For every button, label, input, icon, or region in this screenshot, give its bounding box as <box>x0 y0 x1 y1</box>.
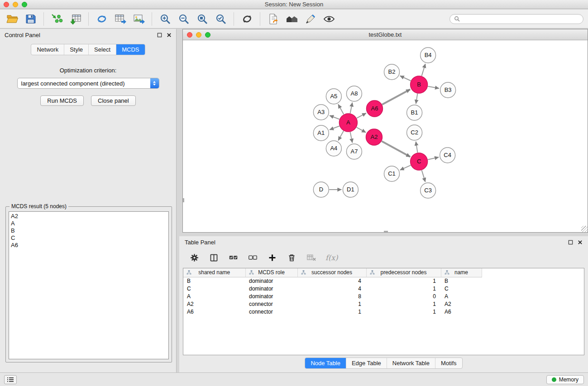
close-panel-button[interactable]: Close panel <box>91 95 136 106</box>
criterion-dropdown[interactable]: largest connected component (directed) <box>17 78 159 89</box>
tab-select[interactable]: Select <box>89 44 116 55</box>
cell-predecessor-nodes[interactable]: 1 <box>366 277 441 285</box>
graph-edge-A-A5[interactable] <box>338 105 344 114</box>
delete-column-button[interactable] <box>287 253 296 262</box>
save-session-button[interactable] <box>23 11 38 26</box>
graph-edge-B-B3[interactable] <box>428 86 439 89</box>
memory-button[interactable]: Memory <box>546 375 584 384</box>
function-builder-button[interactable]: f(x) <box>325 253 338 262</box>
cell-successor-nodes[interactable]: 4 <box>297 285 366 292</box>
cell-shared-name[interactable]: B <box>183 277 245 285</box>
graph-node-A6[interactable]: A6 <box>366 100 382 117</box>
graph-node-C3[interactable]: C3 <box>421 183 436 198</box>
export-document-button[interactable] <box>266 11 281 26</box>
cell-name[interactable]: A2 <box>441 300 482 308</box>
float-table-panel-icon[interactable] <box>568 240 573 245</box>
column-header-mcds-role[interactable]: MCDS role <box>245 268 297 277</box>
zoom-fit-button[interactable] <box>195 11 210 26</box>
cell-shared-name[interactable]: C <box>183 285 245 292</box>
graph-edge-A-A7[interactable] <box>350 132 353 143</box>
cell-shared-name[interactable]: A2 <box>183 300 245 308</box>
graph-edge-A-A3[interactable] <box>330 115 339 119</box>
graph-node-D1[interactable]: D1 <box>343 182 358 197</box>
import-table-button[interactable] <box>68 11 83 26</box>
cell-name[interactable]: A <box>441 292 482 300</box>
graph-node-B2[interactable]: B2 <box>384 64 399 80</box>
network-canvas[interactable]: B4B2BB3A5A8A6B1A3AC2A1A2A4A7C4CC1C3DD1 <box>183 41 588 232</box>
cell-mcds-role[interactable]: dominator <box>245 292 297 300</box>
column-header-name[interactable]: name <box>441 268 482 277</box>
zoom-out-button[interactable] <box>176 11 191 26</box>
cell-name[interactable]: B <box>441 277 482 285</box>
graph-edge-C-C3[interactable] <box>422 170 425 182</box>
graph-edge-C-C2[interactable] <box>416 142 418 152</box>
mcds-result-item[interactable]: C <box>11 234 167 242</box>
network-graph[interactable]: B4B2BB3A5A8A6B1A3AC2A1A2A4A7C4CC1C3DD1 <box>183 41 588 232</box>
export-table-button[interactable] <box>113 11 128 26</box>
open-session-button[interactable] <box>5 11 19 26</box>
search-input[interactable] <box>462 15 579 22</box>
cell-predecessor-nodes[interactable]: 1 <box>366 308 441 315</box>
graph-edge-B-B2[interactable] <box>400 76 411 81</box>
close-table-panel-icon[interactable] <box>578 240 583 245</box>
network-overview-button[interactable] <box>284 11 299 26</box>
window-titlebar[interactable]: Session: New Session <box>0 0 588 9</box>
graph-edge-A6-B[interactable] <box>382 90 410 105</box>
cell-predecessor-nodes[interactable]: 1 <box>366 300 441 308</box>
cell-successor-nodes[interactable]: 1 <box>297 308 366 315</box>
graph-node-C4[interactable]: C4 <box>440 148 455 163</box>
graph-edge-A-A8[interactable] <box>350 103 353 114</box>
cell-mcds-role[interactable]: dominator <box>245 277 297 285</box>
graph-node-C1[interactable]: C1 <box>384 166 399 181</box>
float-panel-icon[interactable] <box>157 33 162 38</box>
graph-node-B[interactable]: B <box>411 76 428 93</box>
close-panel-icon[interactable] <box>167 33 172 38</box>
tab-mcds[interactable]: MCDS <box>116 44 144 55</box>
tab-network-table[interactable]: Network Table <box>387 358 435 368</box>
cell-mcds-role[interactable]: connector <box>245 300 297 308</box>
zoom-in-button[interactable] <box>158 11 172 26</box>
add-column-button[interactable] <box>267 253 277 262</box>
cell-mcds-role[interactable]: connector <box>245 308 297 315</box>
cell-mcds-role[interactable]: dominator <box>245 285 297 292</box>
graph-node-B4[interactable]: B4 <box>421 48 436 63</box>
graph-node-A1[interactable]: A1 <box>313 125 329 141</box>
show-hide-button[interactable] <box>321 11 336 26</box>
mcds-result-item[interactable]: B <box>11 227 167 234</box>
graph-edge-B-B4[interactable] <box>421 64 425 76</box>
table-settings-button[interactable] <box>189 253 199 262</box>
cell-successor-nodes[interactable]: 8 <box>297 292 366 300</box>
graph-node-A4[interactable]: A4 <box>326 141 341 156</box>
graph-node-B3[interactable]: B3 <box>440 82 456 98</box>
export-network-button[interactable] <box>94 11 109 26</box>
search-box[interactable] <box>449 14 583 24</box>
zoom-selected-button[interactable] <box>213 11 228 26</box>
table-row[interactable]: A2connector11A2 <box>183 300 584 308</box>
cell-predecessor-nodes[interactable]: 1 <box>366 285 441 292</box>
graph-edge-A-A1[interactable] <box>330 126 339 130</box>
mcds-result-item[interactable]: A6 <box>11 242 167 249</box>
graph-node-A8[interactable]: A8 <box>346 86 362 101</box>
cell-shared-name[interactable]: A6 <box>183 308 245 315</box>
table-row[interactable]: A6connector11A6 <box>183 308 584 315</box>
resize-grip[interactable] <box>581 226 588 232</box>
tab-node-table[interactable]: Node Table <box>305 358 346 368</box>
graph-node-C[interactable]: C <box>411 153 428 170</box>
graph-node-A5[interactable]: A5 <box>326 89 341 104</box>
column-header-predecessor-nodes[interactable]: predecessor nodes <box>366 268 441 277</box>
column-header-successor-nodes[interactable]: successor nodes <box>297 268 366 277</box>
cell-successor-nodes[interactable]: 4 <box>297 277 366 285</box>
graph-node-D[interactable]: D <box>313 182 329 197</box>
cell-predecessor-nodes[interactable]: 0 <box>366 292 441 300</box>
task-history-button[interactable] <box>4 375 17 384</box>
cell-successor-nodes[interactable]: 1 <box>297 300 366 308</box>
mcds-result-item[interactable]: A <box>11 220 167 227</box>
import-network-button[interactable] <box>49 11 64 26</box>
delete-table-button[interactable] <box>306 253 316 262</box>
tab-network[interactable]: Network <box>31 44 64 55</box>
cell-shared-name[interactable]: A <box>183 292 245 300</box>
graph-node-B1[interactable]: B1 <box>407 105 422 120</box>
refresh-button[interactable] <box>239 11 254 26</box>
annotation-wand-button[interactable] <box>303 11 318 26</box>
tab-motifs[interactable]: Motifs <box>435 358 462 368</box>
